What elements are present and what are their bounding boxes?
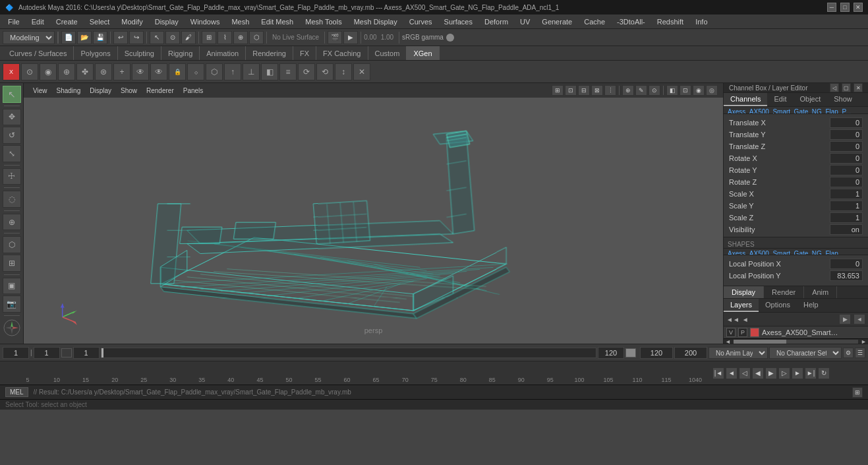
- char-set-dropdown[interactable]: No Character Set: [769, 347, 842, 359]
- channel-local-pos-y[interactable]: Local Position Y 83.653: [728, 270, 864, 282]
- scale-tool-btn[interactable]: ⤡: [3, 145, 21, 162]
- shelf-icon-1[interactable]: X: [3, 63, 20, 80]
- next-key-btn[interactable]: ▷: [778, 367, 790, 379]
- inner-end-input[interactable]: [598, 347, 624, 359]
- shelf-tab-custom[interactable]: Custom: [368, 46, 407, 60]
- viewport-menu-renderer[interactable]: Renderer: [142, 86, 178, 95]
- timeline[interactable]: 5 10 15 20 25 30 35 40 45 50 55 60 65 70…: [0, 361, 868, 385]
- viewport-menu-shading[interactable]: Shading: [53, 86, 85, 95]
- menu-select[interactable]: Select: [84, 16, 115, 27]
- shelf-icon-18[interactable]: ⟲: [316, 63, 333, 80]
- menu-file[interactable]: File: [3, 16, 25, 27]
- viewport-menu-panels[interactable]: Panels: [179, 86, 208, 95]
- play-back-btn[interactable]: ◀: [752, 367, 764, 379]
- render-region-btn[interactable]: ▣: [3, 278, 21, 295]
- soft-select-btn[interactable]: ◌: [3, 191, 21, 208]
- lasso-btn[interactable]: ⊙: [165, 31, 180, 44]
- channel-rotate-x[interactable]: Rotate X 0: [728, 152, 864, 164]
- range-handle[interactable]: [625, 348, 636, 357]
- layer-v-toggle[interactable]: V: [726, 328, 736, 337]
- render-btn[interactable]: 🎬: [328, 31, 342, 44]
- layer-btn-remove[interactable]: ◄: [854, 314, 865, 325]
- menu-mesh-display[interactable]: Mesh Display: [349, 16, 403, 27]
- move-tool-btn[interactable]: ✥: [3, 109, 21, 126]
- ipr-btn[interactable]: ▶: [343, 31, 358, 44]
- shelf-tab-xgen[interactable]: XGen: [407, 46, 439, 60]
- tab-edit[interactable]: Edit: [767, 93, 793, 106]
- scroll-thumb[interactable]: [734, 340, 786, 344]
- rotate-tool-btn[interactable]: ↺: [3, 127, 21, 144]
- channel-rotate-z[interactable]: Rotate Z 0: [728, 176, 864, 188]
- viewport-menu-lighting[interactable]: Display: [86, 86, 115, 95]
- go-start-btn[interactable]: |◄: [712, 367, 724, 379]
- next-frame-btn[interactable]: ►: [792, 367, 803, 379]
- vp-icon-7[interactable]: ✎: [635, 85, 647, 96]
- tab-channels[interactable]: Channels: [724, 93, 767, 106]
- vp-icon-2[interactable]: ⊡: [565, 85, 577, 96]
- tab-options[interactable]: Options: [759, 299, 797, 312]
- shelf-icon-8[interactable]: 👁: [132, 63, 149, 80]
- channel-local-pos-x[interactable]: Local Position X 0: [728, 258, 864, 270]
- inner-start-input[interactable]: [73, 347, 100, 359]
- shelf-icon-11[interactable]: ⬦: [187, 63, 204, 80]
- show-manip-btn[interactable]: ⊕: [3, 214, 21, 231]
- menu-redshift[interactable]: Redshift: [652, 16, 689, 27]
- status-icon-btn[interactable]: ⊞: [852, 387, 863, 398]
- anim-extra-btn[interactable]: ☰: [855, 348, 865, 358]
- shelf-tab-sculpting[interactable]: Sculpting: [118, 46, 161, 60]
- undo-btn[interactable]: ↩: [113, 31, 128, 44]
- menu-edit[interactable]: Edit: [26, 16, 49, 27]
- menu-display[interactable]: Display: [150, 16, 184, 27]
- shelf-icon-15[interactable]: ◧: [261, 63, 278, 80]
- shelf-icon-19[interactable]: ↕: [335, 63, 352, 80]
- menu-deform[interactable]: Deform: [479, 16, 513, 27]
- vp-icon-1[interactable]: ⊞: [552, 85, 564, 96]
- channel-scale-x[interactable]: Scale X 1: [728, 188, 864, 200]
- vp-icon-8[interactable]: ⊙: [649, 85, 660, 96]
- panel-scrollbar[interactable]: ◄ ►: [724, 338, 868, 344]
- channel-scale-z[interactable]: Scale Z 1: [728, 212, 864, 224]
- tab-layers[interactable]: Layers: [724, 299, 759, 312]
- close-button[interactable]: ✕: [854, 3, 863, 12]
- save-btn[interactable]: 💾: [93, 31, 107, 44]
- scroll-left-btn[interactable]: ◄: [724, 338, 732, 345]
- open-btn[interactable]: 📂: [77, 31, 92, 44]
- shelf-icon-16[interactable]: ≡: [279, 63, 297, 80]
- shelf-icon-4[interactable]: ⊕: [58, 63, 75, 80]
- snap-pts-btn[interactable]: ⬡: [3, 236, 21, 253]
- menu-uv[interactable]: UV: [515, 16, 535, 27]
- shelf-tab-rigging[interactable]: Rigging: [161, 46, 200, 60]
- menu-create[interactable]: Create: [51, 16, 83, 27]
- anim-layer-dropdown[interactable]: No Anim Layer: [709, 347, 768, 359]
- tab-object[interactable]: Object: [793, 93, 827, 106]
- snap-point-btn[interactable]: ⊕: [233, 31, 248, 44]
- script-lang-label[interactable]: MEL: [5, 387, 28, 397]
- shelf-icon-9[interactable]: 👁: [150, 63, 167, 80]
- frame-range-bar[interactable]: [101, 348, 596, 358]
- restore-button[interactable]: □: [840, 3, 850, 12]
- redo-btn[interactable]: ↪: [129, 31, 144, 44]
- layer-p-toggle[interactable]: P: [738, 328, 747, 337]
- menu-info[interactable]: Info: [690, 16, 712, 27]
- go-end-btn[interactable]: ►|: [805, 367, 817, 379]
- select-tool-btn[interactable]: ↖: [3, 86, 21, 103]
- display-tab-display[interactable]: Display: [724, 286, 764, 298]
- shelf-tab-animation[interactable]: Animation: [200, 46, 246, 60]
- layer-color-swatch[interactable]: [750, 328, 759, 337]
- menu-generate[interactable]: Generate: [536, 16, 577, 27]
- shelf-tab-fx[interactable]: FX: [293, 46, 316, 60]
- loop-btn[interactable]: ↻: [818, 367, 830, 379]
- shelf-icon-13[interactable]: ↑: [224, 63, 241, 80]
- channel-translate-y[interactable]: Translate Y 0: [728, 129, 864, 140]
- shelf-icon-5[interactable]: ✤: [76, 63, 94, 80]
- snap-surface-btn[interactable]: ⬡: [249, 31, 264, 44]
- menu-windows[interactable]: Windows: [185, 16, 225, 27]
- shelf-icon-14[interactable]: ⊥: [243, 63, 260, 80]
- minimize-button[interactable]: ─: [827, 3, 836, 12]
- shelf-icon-12[interactable]: ⬡: [206, 63, 223, 80]
- camera-btn[interactable]: 📷: [3, 295, 21, 313]
- menu-modify[interactable]: Modify: [116, 16, 148, 27]
- menu-cache[interactable]: Cache: [579, 16, 610, 27]
- play-fwd-btn[interactable]: ▶: [765, 367, 777, 379]
- display-tab-render[interactable]: Render: [764, 286, 804, 298]
